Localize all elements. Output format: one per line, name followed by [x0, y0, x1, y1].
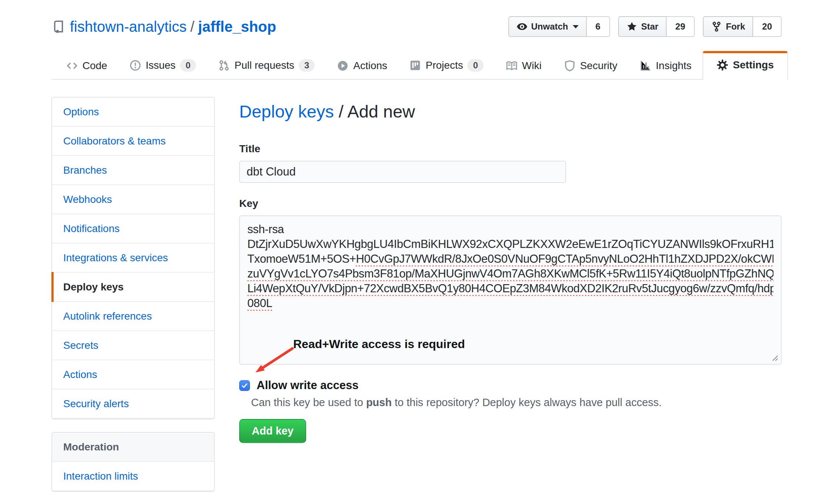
star-button-group: Star 29 — [618, 16, 695, 37]
gear-icon — [717, 59, 728, 71]
write-access-note: Can this key be used to push to this rep… — [251, 396, 782, 409]
moderation-header: Moderation — [52, 433, 214, 462]
code-icon — [66, 60, 78, 72]
sidebar-item-security-alerts[interactable]: Security alerts — [52, 389, 214, 419]
tab-projects[interactable]: Projects 0 — [398, 53, 495, 79]
stargazers-count[interactable]: 29 — [667, 16, 695, 37]
read-write-annotation: Read+Write access is required — [293, 337, 465, 351]
project-icon — [409, 59, 421, 71]
check-icon — [241, 382, 248, 389]
sidebar-item-secrets[interactable]: Secrets — [52, 331, 214, 360]
key-field-label: Key — [239, 198, 782, 210]
sidebar-item-branches[interactable]: Branches — [52, 156, 214, 185]
sidebar-item-options[interactable]: Options — [52, 98, 214, 127]
breadcrumb-current: Add new — [348, 102, 415, 121]
key-text-line: TxomoeW51M+5OS+H0CvGpJ7WWkdR/8JxOe0S0VNu… — [247, 252, 773, 266]
unwatch-label: Unwatch — [531, 21, 568, 32]
fork-label: Fork — [726, 21, 745, 32]
book-icon — [506, 60, 518, 72]
tab-code[interactable]: Code — [55, 54, 118, 79]
sidebar-item-webhooks[interactable]: Webhooks — [52, 185, 214, 214]
tab-settings[interactable]: Settings — [702, 51, 788, 80]
sidebar-item-autolink-references[interactable]: Autolink references — [52, 302, 214, 331]
issue-opened-icon — [129, 59, 141, 71]
breadcrumb-separator: / — [334, 102, 348, 121]
add-key-button[interactable]: Add key — [239, 419, 306, 443]
fork-button[interactable]: Fork — [703, 16, 753, 37]
title-field-label: Title — [239, 143, 782, 155]
settings-sidebar: Options Collaborators & teams Branches W… — [51, 97, 215, 504]
watchers-count[interactable]: 6 — [587, 16, 610, 37]
repo-header: fishtown-analytics / jaffle_shop Unwatch… — [51, 0, 782, 37]
graph-icon — [640, 60, 651, 72]
sidebar-item-integrations-services[interactable]: Integrations & services — [52, 244, 214, 273]
deploy-key-form: Deploy keys / Add new Title Key ssh-rsaD… — [239, 97, 782, 504]
resize-grip-icon[interactable] — [771, 354, 779, 362]
repo-name-link[interactable]: jaffle_shop — [198, 18, 276, 35]
social-buttons: Unwatch 6 Star 29 Fork 20 — [508, 16, 782, 37]
counter-badge: 0 — [180, 59, 196, 72]
star-label: Star — [641, 21, 658, 32]
forks-count[interactable]: 20 — [753, 16, 782, 37]
repo-breadcrumb: fishtown-analytics / jaffle_shop — [51, 18, 276, 35]
tab-issues[interactable]: Issues 0 — [118, 53, 207, 79]
repo-path-separator: / — [190, 18, 194, 35]
key-text-line: DtZjrXuD5UwXwYKHgbgLU4IbCmBiKHLWX92xCXQP… — [247, 237, 773, 252]
tab-pull-requests[interactable]: Pull requests 3 — [207, 53, 326, 79]
eye-icon — [517, 21, 528, 32]
unwatch-button[interactable]: Unwatch — [508, 16, 587, 37]
key-text-line: 080L — [247, 296, 773, 311]
repo-owner-link[interactable]: fishtown-analytics — [70, 18, 187, 35]
sidebar-item-interaction-limits[interactable]: Interaction limits — [52, 462, 214, 491]
title-input[interactable] — [239, 161, 566, 183]
tab-wiki[interactable]: Wiki — [495, 54, 553, 79]
star-icon — [626, 21, 637, 32]
page-title: Deploy keys / Add new — [239, 101, 782, 122]
moderation-menu: Moderation Interaction limits — [51, 432, 215, 492]
play-icon — [337, 60, 349, 72]
allow-write-access-checkbox[interactable] — [239, 380, 250, 391]
watch-button-group: Unwatch 6 — [508, 16, 610, 37]
caret-down-icon — [573, 25, 579, 28]
pull-request-icon — [218, 59, 230, 71]
counter-badge: 3 — [299, 59, 315, 72]
fork-button-group: Fork 20 — [703, 16, 782, 37]
sidebar-item-collaborators-teams[interactable]: Collaborators & teams — [52, 127, 214, 156]
tab-insights[interactable]: Insights — [629, 54, 703, 79]
sidebar-item-deploy-keys[interactable]: Deploy keys — [52, 273, 214, 302]
repo-icon — [51, 20, 65, 33]
tab-security[interactable]: Security — [553, 54, 629, 79]
tab-actions[interactable]: Actions — [326, 54, 398, 79]
key-text-line: ssh-rsa — [247, 222, 773, 237]
sidebar-item-notifications[interactable]: Notifications — [52, 214, 214, 244]
allow-write-access-label[interactable]: Allow write access — [257, 379, 359, 392]
key-text-line: zuVYgVv1cLYO7s4Pbsm3F81op/MaXHUGjnwV4Om7… — [247, 266, 773, 281]
shield-icon — [564, 60, 576, 72]
fork-icon — [711, 21, 722, 32]
deploy-keys-breadcrumb-link[interactable]: Deploy keys — [239, 102, 334, 121]
settings-menu: Options Collaborators & teams Branches W… — [51, 97, 215, 419]
repo-nav: Code Issues 0 Pull requests 3 Actions Pr… — [51, 51, 782, 80]
star-button[interactable]: Star — [618, 16, 667, 37]
key-text-line: Li4WepXtQuY/VkDjpn+72XcwdBX5BvQ1y80H4COE… — [247, 281, 773, 296]
counter-badge: 0 — [467, 59, 483, 72]
annotation-arrow-icon — [249, 345, 297, 379]
sidebar-item-actions[interactable]: Actions — [52, 360, 214, 389]
